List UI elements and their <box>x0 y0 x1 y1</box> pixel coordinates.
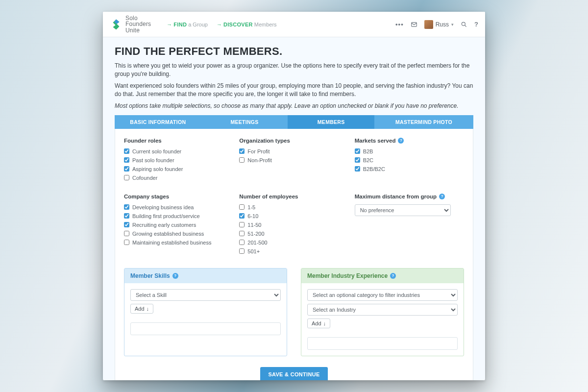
founder-role-option[interactable]: Aspiring solo founder <box>124 166 233 172</box>
brand-name: Solo Founders Unite <box>125 15 151 34</box>
org-type-checkbox[interactable] <box>239 157 245 163</box>
employees-option[interactable]: 51-200 <box>239 231 348 237</box>
stage-label: Building first product/service <box>132 213 200 219</box>
market-option[interactable]: B2C <box>355 157 464 163</box>
chevron-down-icon: ▾ <box>451 22 454 27</box>
save-continue-button[interactable]: SAVE & CONTINUE <box>260 367 327 380</box>
employees-checkbox[interactable] <box>239 204 245 210</box>
employees-option[interactable]: 6-10 <box>239 213 348 219</box>
stage-checkbox[interactable] <box>124 231 129 236</box>
org-type-option[interactable]: Non-Profit <box>239 157 348 163</box>
org-type-label: For Profit <box>247 148 270 154</box>
stage-option[interactable]: Recruiting early customers <box>124 222 233 228</box>
search-icon[interactable] <box>461 21 467 28</box>
help-icon[interactable]: ? <box>398 138 404 144</box>
topbar-actions: ••• Russ ▾ ? <box>395 20 478 29</box>
market-option[interactable]: B2B/B2C <box>355 166 464 172</box>
founder-role-checkbox[interactable] <box>124 175 129 180</box>
employees-checkbox[interactable] <box>239 231 245 236</box>
stage-option[interactable]: Maintaining established business <box>124 240 233 245</box>
markets-group: Markets served? B2BB2CB2B/B2C <box>355 138 464 184</box>
employees-checkbox[interactable] <box>239 213 245 219</box>
employees-group: Number of employees 1-56-1011-5051-20020… <box>239 194 348 257</box>
stage-checkbox[interactable] <box>124 213 129 219</box>
industry-category-select[interactable]: Select an optional category to filter in… <box>307 289 458 301</box>
stages-group: Company stages Developing business ideaB… <box>124 194 233 257</box>
tab-basic-information[interactable]: BASIC INFORMATION <box>115 115 201 129</box>
topbar: Solo Founders Unite → FIND a Group → DIS… <box>103 12 485 37</box>
org-types-group: Organization types For ProfitNon-Profit <box>239 138 348 184</box>
tab-meetings[interactable]: MEETINGS <box>201 115 288 129</box>
stage-checkbox[interactable] <box>124 240 129 245</box>
market-label: B2B/B2C <box>363 166 385 172</box>
market-label: B2B <box>363 148 373 154</box>
industry-chipzone[interactable] <box>307 337 458 350</box>
stage-label: Growing established business <box>132 231 204 237</box>
employees-option[interactable]: 501+ <box>239 248 348 254</box>
employees-option[interactable]: 1-5 <box>239 204 348 210</box>
help-icon[interactable]: ? <box>390 273 396 279</box>
stage-checkbox[interactable] <box>124 204 129 210</box>
market-checkbox[interactable] <box>355 157 360 163</box>
distance-group: Maximum distance from group? No preferen… <box>355 194 464 257</box>
employees-label: 1-5 <box>247 204 255 210</box>
arrow-right-icon: → <box>217 22 222 27</box>
org-type-label: Non-Profit <box>247 157 272 163</box>
svg-point-1 <box>462 22 465 25</box>
market-checkbox[interactable] <box>355 166 360 172</box>
distance-select[interactable]: No preference <box>355 204 451 216</box>
market-label: B2C <box>363 157 373 163</box>
more-icon[interactable]: ••• <box>395 21 404 28</box>
stage-option[interactable]: Growing established business <box>124 231 233 237</box>
avatar <box>424 20 433 29</box>
user-name: Russ <box>436 21 449 28</box>
help-icon[interactable]: ? <box>439 194 445 199</box>
help-icon[interactable]: ? <box>172 273 178 279</box>
org-type-checkbox[interactable] <box>239 148 245 154</box>
arrow-down-icon: ↓ <box>323 320 326 326</box>
messages-icon[interactable] <box>411 21 417 28</box>
org-type-option[interactable]: For Profit <box>239 148 348 154</box>
industry-select[interactable]: Select an Industry <box>307 304 458 316</box>
app-window: Solo Founders Unite → FIND a Group → DIS… <box>103 12 485 380</box>
founder-role-option[interactable]: Cofounder <box>124 175 233 181</box>
founder-role-option[interactable]: Past solo founder <box>124 157 233 163</box>
arrow-down-icon: ↓ <box>147 306 149 312</box>
stage-checkbox[interactable] <box>124 222 129 227</box>
employees-option[interactable]: 11-50 <box>239 222 348 228</box>
stage-option[interactable]: Developing business idea <box>124 204 233 210</box>
employees-checkbox[interactable] <box>239 248 245 254</box>
member-industry-card: Member Industry Experience? Select an op… <box>301 268 464 356</box>
add-skill-button[interactable]: Add↓ <box>130 304 153 314</box>
founder-role-checkbox[interactable] <box>124 148 129 154</box>
tab-mastermind-photo[interactable]: MASTERMIND PHOTO <box>374 115 473 129</box>
page-intro: This is where you get to wield your powe… <box>115 62 473 110</box>
employees-label: 11-50 <box>247 222 261 228</box>
employees-checkbox[interactable] <box>239 240 245 245</box>
skill-select[interactable]: Select a Skill <box>130 289 281 301</box>
market-option[interactable]: B2B <box>355 148 464 154</box>
add-industry-button[interactable]: Add↓ <box>307 318 330 328</box>
arrow-right-icon: → <box>167 22 172 27</box>
nav-discover-members[interactable]: → DISCOVER Members <box>217 22 277 27</box>
tab-members[interactable]: MEMBERS <box>288 115 374 129</box>
brand-logo[interactable]: Solo Founders Unite <box>110 15 151 34</box>
founder-roles-group: Founder roles Current solo founderPast s… <box>124 138 233 184</box>
founder-role-label: Cofounder <box>132 175 157 181</box>
user-menu[interactable]: Russ ▾ <box>424 20 454 29</box>
nav-find-group[interactable]: → FIND a Group <box>167 22 208 27</box>
stage-option[interactable]: Building first product/service <box>124 213 233 219</box>
employees-option[interactable]: 201-500 <box>239 240 348 245</box>
founder-role-label: Current solo founder <box>132 148 181 154</box>
help-icon[interactable]: ? <box>474 21 478 28</box>
founder-role-checkbox[interactable] <box>124 166 129 172</box>
employees-label: 6-10 <box>247 213 258 219</box>
primary-nav: → FIND a Group → DISCOVER Members <box>167 22 276 27</box>
founder-role-option[interactable]: Current solo founder <box>124 148 233 154</box>
employees-label: 501+ <box>247 248 260 254</box>
market-checkbox[interactable] <box>355 148 360 154</box>
founder-role-checkbox[interactable] <box>124 157 129 163</box>
founder-role-label: Aspiring solo founder <box>132 166 183 172</box>
employees-checkbox[interactable] <box>239 222 245 227</box>
skills-chipzone[interactable] <box>130 322 281 335</box>
